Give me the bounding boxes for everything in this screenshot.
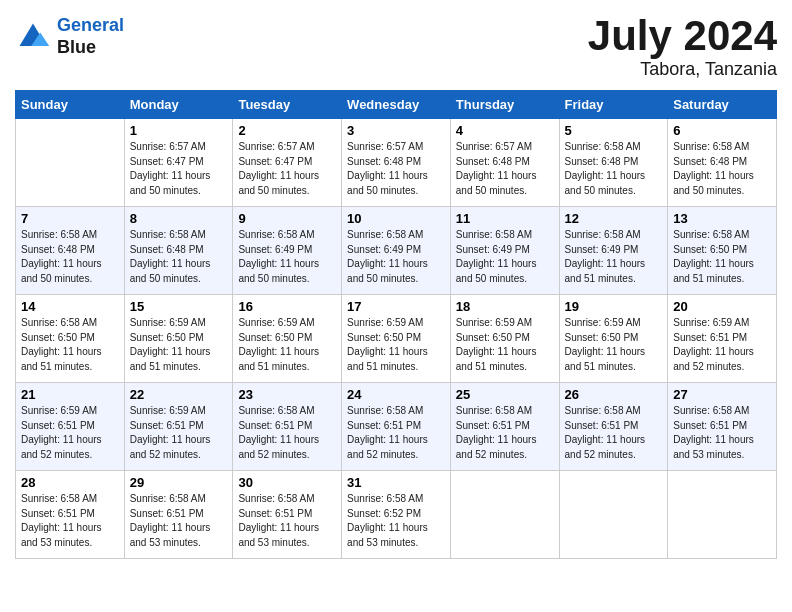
page-header: General Blue July 2024 Tabora, Tanzania	[15, 15, 777, 80]
calendar-cell: 4Sunrise: 6:57 AM Sunset: 6:48 PM Daylig…	[450, 119, 559, 207]
day-info: Sunrise: 6:57 AM Sunset: 6:48 PM Dayligh…	[456, 140, 554, 198]
day-info: Sunrise: 6:58 AM Sunset: 6:51 PM Dayligh…	[456, 404, 554, 462]
weekday-header-friday: Friday	[559, 91, 668, 119]
day-info: Sunrise: 6:58 AM Sunset: 6:48 PM Dayligh…	[673, 140, 771, 198]
calendar-cell: 28Sunrise: 6:58 AM Sunset: 6:51 PM Dayli…	[16, 471, 125, 559]
day-info: Sunrise: 6:59 AM Sunset: 6:50 PM Dayligh…	[565, 316, 663, 374]
day-number: 24	[347, 387, 445, 402]
calendar-cell: 8Sunrise: 6:58 AM Sunset: 6:48 PM Daylig…	[124, 207, 233, 295]
calendar-cell: 21Sunrise: 6:59 AM Sunset: 6:51 PM Dayli…	[16, 383, 125, 471]
calendar-cell: 15Sunrise: 6:59 AM Sunset: 6:50 PM Dayli…	[124, 295, 233, 383]
calendar-cell: 30Sunrise: 6:58 AM Sunset: 6:51 PM Dayli…	[233, 471, 342, 559]
weekday-header-thursday: Thursday	[450, 91, 559, 119]
day-number: 7	[21, 211, 119, 226]
day-number: 18	[456, 299, 554, 314]
day-number: 28	[21, 475, 119, 490]
weekday-header-saturday: Saturday	[668, 91, 777, 119]
day-number: 2	[238, 123, 336, 138]
day-number: 14	[21, 299, 119, 314]
day-number: 13	[673, 211, 771, 226]
calendar-cell	[668, 471, 777, 559]
calendar-cell: 1Sunrise: 6:57 AM Sunset: 6:47 PM Daylig…	[124, 119, 233, 207]
day-number: 21	[21, 387, 119, 402]
calendar-cell: 23Sunrise: 6:58 AM Sunset: 6:51 PM Dayli…	[233, 383, 342, 471]
calendar-cell: 7Sunrise: 6:58 AM Sunset: 6:48 PM Daylig…	[16, 207, 125, 295]
day-info: Sunrise: 6:59 AM Sunset: 6:51 PM Dayligh…	[673, 316, 771, 374]
weekday-header-row: SundayMondayTuesdayWednesdayThursdayFrid…	[16, 91, 777, 119]
calendar-cell: 10Sunrise: 6:58 AM Sunset: 6:49 PM Dayli…	[342, 207, 451, 295]
calendar-cell: 25Sunrise: 6:58 AM Sunset: 6:51 PM Dayli…	[450, 383, 559, 471]
day-info: Sunrise: 6:58 AM Sunset: 6:51 PM Dayligh…	[238, 492, 336, 550]
day-info: Sunrise: 6:57 AM Sunset: 6:47 PM Dayligh…	[238, 140, 336, 198]
day-info: Sunrise: 6:58 AM Sunset: 6:51 PM Dayligh…	[130, 492, 228, 550]
calendar-cell: 26Sunrise: 6:58 AM Sunset: 6:51 PM Dayli…	[559, 383, 668, 471]
day-info: Sunrise: 6:59 AM Sunset: 6:50 PM Dayligh…	[456, 316, 554, 374]
day-number: 25	[456, 387, 554, 402]
day-number: 30	[238, 475, 336, 490]
calendar-cell: 5Sunrise: 6:58 AM Sunset: 6:48 PM Daylig…	[559, 119, 668, 207]
day-number: 1	[130, 123, 228, 138]
day-info: Sunrise: 6:57 AM Sunset: 6:47 PM Dayligh…	[130, 140, 228, 198]
day-number: 12	[565, 211, 663, 226]
week-row-4: 21Sunrise: 6:59 AM Sunset: 6:51 PM Dayli…	[16, 383, 777, 471]
day-info: Sunrise: 6:58 AM Sunset: 6:48 PM Dayligh…	[21, 228, 119, 286]
calendar-cell: 3Sunrise: 6:57 AM Sunset: 6:48 PM Daylig…	[342, 119, 451, 207]
day-number: 19	[565, 299, 663, 314]
day-info: Sunrise: 6:58 AM Sunset: 6:51 PM Dayligh…	[21, 492, 119, 550]
calendar-body: 1Sunrise: 6:57 AM Sunset: 6:47 PM Daylig…	[16, 119, 777, 559]
calendar-cell: 20Sunrise: 6:59 AM Sunset: 6:51 PM Dayli…	[668, 295, 777, 383]
calendar-cell	[16, 119, 125, 207]
day-number: 3	[347, 123, 445, 138]
day-info: Sunrise: 6:58 AM Sunset: 6:51 PM Dayligh…	[565, 404, 663, 462]
logo-icon	[15, 19, 51, 55]
calendar-cell: 12Sunrise: 6:58 AM Sunset: 6:49 PM Dayli…	[559, 207, 668, 295]
day-info: Sunrise: 6:58 AM Sunset: 6:49 PM Dayligh…	[347, 228, 445, 286]
calendar-cell: 6Sunrise: 6:58 AM Sunset: 6:48 PM Daylig…	[668, 119, 777, 207]
calendar-cell: 22Sunrise: 6:59 AM Sunset: 6:51 PM Dayli…	[124, 383, 233, 471]
day-info: Sunrise: 6:59 AM Sunset: 6:51 PM Dayligh…	[21, 404, 119, 462]
day-info: Sunrise: 6:58 AM Sunset: 6:49 PM Dayligh…	[238, 228, 336, 286]
week-row-5: 28Sunrise: 6:58 AM Sunset: 6:51 PM Dayli…	[16, 471, 777, 559]
calendar-cell: 9Sunrise: 6:58 AM Sunset: 6:49 PM Daylig…	[233, 207, 342, 295]
calendar-cell: 18Sunrise: 6:59 AM Sunset: 6:50 PM Dayli…	[450, 295, 559, 383]
day-number: 16	[238, 299, 336, 314]
calendar-cell: 11Sunrise: 6:58 AM Sunset: 6:49 PM Dayli…	[450, 207, 559, 295]
day-info: Sunrise: 6:58 AM Sunset: 6:51 PM Dayligh…	[238, 404, 336, 462]
calendar-cell: 31Sunrise: 6:58 AM Sunset: 6:52 PM Dayli…	[342, 471, 451, 559]
day-number: 26	[565, 387, 663, 402]
week-row-2: 7Sunrise: 6:58 AM Sunset: 6:48 PM Daylig…	[16, 207, 777, 295]
location-subtitle: Tabora, Tanzania	[588, 59, 777, 80]
month-year-title: July 2024	[588, 15, 777, 57]
weekday-header-monday: Monday	[124, 91, 233, 119]
week-row-1: 1Sunrise: 6:57 AM Sunset: 6:47 PM Daylig…	[16, 119, 777, 207]
day-info: Sunrise: 6:58 AM Sunset: 6:49 PM Dayligh…	[565, 228, 663, 286]
title-block: July 2024 Tabora, Tanzania	[588, 15, 777, 80]
calendar-cell	[559, 471, 668, 559]
calendar-cell: 16Sunrise: 6:59 AM Sunset: 6:50 PM Dayli…	[233, 295, 342, 383]
calendar-cell: 29Sunrise: 6:58 AM Sunset: 6:51 PM Dayli…	[124, 471, 233, 559]
day-info: Sunrise: 6:59 AM Sunset: 6:50 PM Dayligh…	[347, 316, 445, 374]
day-info: Sunrise: 6:58 AM Sunset: 6:50 PM Dayligh…	[21, 316, 119, 374]
day-number: 5	[565, 123, 663, 138]
calendar-header: SundayMondayTuesdayWednesdayThursdayFrid…	[16, 91, 777, 119]
day-info: Sunrise: 6:59 AM Sunset: 6:50 PM Dayligh…	[238, 316, 336, 374]
day-info: Sunrise: 6:58 AM Sunset: 6:48 PM Dayligh…	[130, 228, 228, 286]
day-number: 9	[238, 211, 336, 226]
logo-text: General Blue	[57, 15, 124, 58]
weekday-header-wednesday: Wednesday	[342, 91, 451, 119]
day-number: 8	[130, 211, 228, 226]
day-number: 31	[347, 475, 445, 490]
logo: General Blue	[15, 15, 124, 58]
calendar-cell: 17Sunrise: 6:59 AM Sunset: 6:50 PM Dayli…	[342, 295, 451, 383]
day-info: Sunrise: 6:58 AM Sunset: 6:50 PM Dayligh…	[673, 228, 771, 286]
day-info: Sunrise: 6:57 AM Sunset: 6:48 PM Dayligh…	[347, 140, 445, 198]
day-number: 11	[456, 211, 554, 226]
day-info: Sunrise: 6:59 AM Sunset: 6:50 PM Dayligh…	[130, 316, 228, 374]
week-row-3: 14Sunrise: 6:58 AM Sunset: 6:50 PM Dayli…	[16, 295, 777, 383]
day-number: 22	[130, 387, 228, 402]
calendar-cell: 14Sunrise: 6:58 AM Sunset: 6:50 PM Dayli…	[16, 295, 125, 383]
calendar-cell: 27Sunrise: 6:58 AM Sunset: 6:51 PM Dayli…	[668, 383, 777, 471]
calendar-cell: 19Sunrise: 6:59 AM Sunset: 6:50 PM Dayli…	[559, 295, 668, 383]
day-number: 6	[673, 123, 771, 138]
day-info: Sunrise: 6:59 AM Sunset: 6:51 PM Dayligh…	[130, 404, 228, 462]
